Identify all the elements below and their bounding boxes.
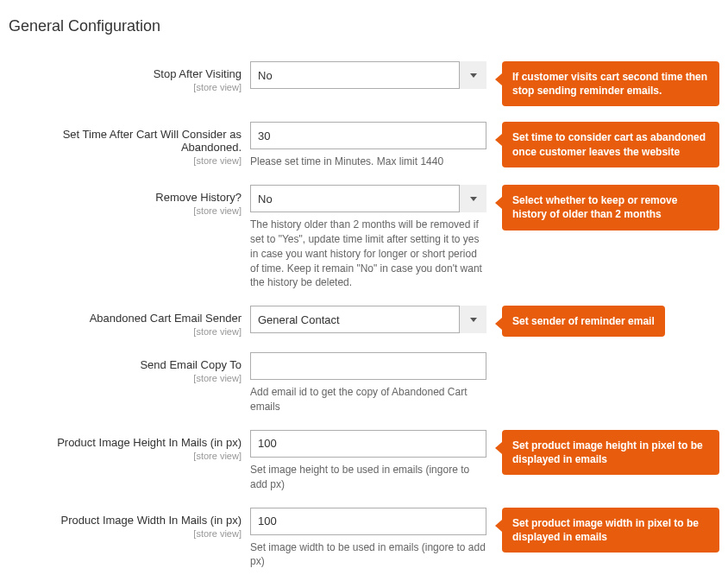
callout: Set sender of reminder email [502,306,665,337]
email-sender-select[interactable]: General Contact [250,306,486,333]
field-image-width: Product Image Width In Mails (in px) [st… [9,508,719,570]
scope-label: [store view] [9,155,242,166]
callout: If customer visits cart second time then… [502,61,719,106]
callout: Set time to consider cart as abandoned o… [502,122,719,167]
field-label: Send Email Copy To [9,358,242,371]
input-col: Set image width to be used in emails (in… [250,508,486,570]
select-wrap: No [250,61,486,89]
label-col: Send Email Copy To [store view] [9,352,250,383]
image-width-input[interactable] [250,508,486,535]
hint-text: Set image height to be used in emails (i… [250,463,486,492]
label-col: Set Time After Cart Will Consider as Aba… [9,122,250,166]
scope-label: [store view] [9,326,242,337]
label-col: Product Image Width In Mails (in px) [st… [9,508,250,539]
field-label: Product Image Height In Mails (in px) [9,436,242,449]
image-height-input[interactable] [250,430,486,458]
field-label: Product Image Width In Mails (in px) [9,514,242,527]
scope-label: [store view] [9,205,242,216]
scope-label: [store view] [9,451,242,461]
field-remove-history: Remove History? [store view] No The hist… [9,185,719,290]
hint-text: The history older than 2 months will be … [250,218,486,290]
input-col: Please set time in Minutes. Max limit 14… [250,122,486,169]
input-col: No [250,61,486,89]
field-image-height: Product Image Height In Mails (in px) [s… [9,430,719,492]
hint-text: Add email id to get the copy of Abandone… [250,385,486,414]
hint-text: Set image width to be used in emails (in… [250,540,486,570]
input-col: No The history older than 2 months will … [250,185,486,290]
callout: Select whether to keep or remove history… [502,185,719,230]
scope-label: [store view] [9,82,242,92]
label-col: Remove History? [store view] [9,185,250,216]
field-stop-after-visiting: Stop After Visiting [store view] No If c… [9,61,719,106]
section-title: General Configuration [9,17,719,35]
field-label: Stop After Visiting [9,67,242,80]
field-label: Remove History? [9,191,242,204]
scope-label: [store view] [9,373,242,383]
callout: Set product image width in pixel to be d… [502,508,719,553]
label-col: Product Image Height In Mails (in px) [s… [9,430,250,461]
hint-text: Please set time in Minutes. Max limit 14… [250,155,486,169]
field-label: Set Time After Cart Will Consider as Aba… [9,128,242,154]
input-col: Add email id to get the copy of Abandone… [250,352,486,414]
remove-history-select[interactable]: No [250,185,486,212]
field-email-sender: Abandoned Cart Email Sender [store view]… [9,306,719,337]
scope-label: [store view] [9,528,242,539]
field-email-copy-to: Send Email Copy To [store view] Add emai… [9,352,719,414]
stop-after-visiting-select[interactable]: No [250,61,486,89]
field-set-time-abandoned: Set Time After Cart Will Consider as Aba… [9,122,719,169]
callout: Set product image height in pixel to be … [502,430,719,475]
select-wrap: General Contact [250,306,486,333]
select-wrap: No [250,185,486,212]
input-col: General Contact [250,306,486,333]
label-col: Abandoned Cart Email Sender [store view] [9,306,250,337]
field-label: Abandoned Cart Email Sender [9,312,242,325]
input-col: Set image height to be used in emails (i… [250,430,486,492]
email-copy-to-input[interactable] [250,352,486,380]
set-time-abandoned-input[interactable] [250,122,486,149]
label-col: Stop After Visiting [store view] [9,61,250,92]
